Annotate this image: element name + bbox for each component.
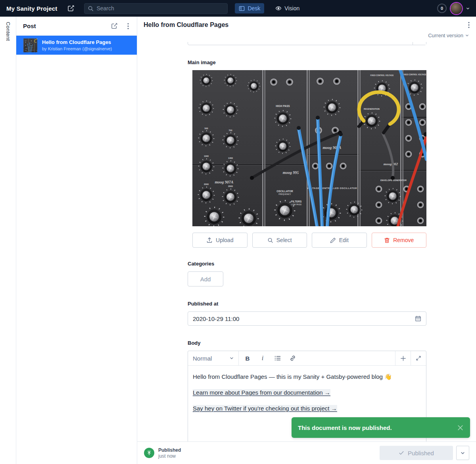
tab-vision[interactable]: Vision <box>271 3 303 13</box>
app-body: Content Post Hello <box>0 17 476 464</box>
body-link-twitter[interactable]: Say hey on Twitter if you're checking ou… <box>193 405 337 412</box>
trash-icon <box>384 237 390 243</box>
document-pane: Hello from Cloudflare Pages Current vers… <box>137 17 476 464</box>
compose-icon[interactable] <box>67 5 75 12</box>
style-select-value: Normal <box>193 355 212 362</box>
calendar-icon[interactable] <box>415 315 421 322</box>
sidebar-item-content[interactable]: Content <box>5 22 11 464</box>
remove-button[interactable]: Remove <box>372 233 427 248</box>
body-paragraph: Learn more about Pages from our document… <box>193 388 421 397</box>
search-input[interactable] <box>84 3 228 14</box>
slug-generate-button[interactable] <box>413 42 426 45</box>
main-image-preview[interactable] <box>192 70 426 226</box>
compose-icon[interactable] <box>111 23 118 29</box>
publish-time: just now <box>158 453 181 459</box>
page-title: Hello from Cloudflare Pages <box>144 21 228 29</box>
style-select[interactable]: Normal <box>188 351 239 365</box>
field-label-categories: Categories <box>188 261 426 267</box>
publish-menu-button[interactable] <box>456 446 469 460</box>
list-item-post[interactable]: Hello from Cloudflare Pages by Kristian … <box>16 36 137 55</box>
body-link-docs[interactable]: Learn more about Pages from our document… <box>193 389 330 396</box>
publish-button[interactable]: Published <box>380 446 453 460</box>
body-paragraph: Say hey on Twitter if you're checking ou… <box>193 404 421 413</box>
upload-button[interactable]: Upload <box>192 233 248 248</box>
status-badge[interactable]: 0 <box>437 4 447 13</box>
chevron-down-icon[interactable] <box>466 7 470 10</box>
overflow-menu-icon[interactable] <box>468 22 470 28</box>
upload-icon <box>206 237 213 243</box>
content-rail: Content <box>0 17 16 464</box>
pencil-icon <box>330 237 336 243</box>
editor-toolbar: Normal B i <box>188 351 426 366</box>
publish-button-label: Published <box>408 450 434 456</box>
eye-icon <box>275 5 282 11</box>
search-icon <box>267 237 273 243</box>
post-list-pane: Post Hello from Cloudflare Pages by Kris <box>16 17 137 464</box>
publish-status-label: Published <box>158 447 181 453</box>
tab-desk[interactable]: Desk <box>235 3 264 13</box>
document-form: Main image Upload <box>137 42 476 441</box>
select-label: Select <box>276 237 292 243</box>
edit-label: Edit <box>339 237 349 243</box>
field-label-body: Body <box>188 340 426 346</box>
post-pane-header: Post <box>16 17 137 36</box>
edit-button[interactable]: Edit <box>312 233 367 248</box>
project-title: My Sanity Project <box>6 5 57 12</box>
post-thumbnail <box>23 38 37 52</box>
document-footer: Published just now Published <box>137 441 476 464</box>
add-category-button[interactable]: Add <box>188 271 223 286</box>
sanity-studio: My Sanity Project Desk Vision 0 <box>0 0 476 464</box>
bullet-list-button[interactable] <box>271 353 284 364</box>
chevron-down-icon <box>465 34 469 37</box>
document-header: Hello from Cloudflare Pages Current vers… <box>137 17 476 42</box>
overflow-menu-icon[interactable] <box>127 23 129 29</box>
tab-desk-label: Desk <box>248 5 260 11</box>
published-at-field <box>188 311 426 326</box>
version-label: Current version <box>428 32 463 38</box>
pane-title: Post <box>23 23 36 29</box>
tab-vision-label: Vision <box>284 5 299 11</box>
fullscreen-icon[interactable] <box>411 351 426 365</box>
slug-input[interactable] <box>188 42 413 45</box>
search-icon <box>88 6 94 11</box>
toast-notification: This document is now published. <box>292 417 470 438</box>
toast-message: This document is now published. <box>298 424 457 431</box>
top-navbar: My Sanity Project Desk Vision 0 <box>0 0 476 17</box>
published-at-input[interactable] <box>193 315 415 322</box>
search-field <box>84 3 228 14</box>
close-icon[interactable] <box>457 424 464 431</box>
avatar[interactable] <box>451 3 462 14</box>
post-item-subtitle: by Kristian Freeman (@signalnerve) <box>42 46 112 51</box>
field-label-published-at: Published at <box>188 301 426 307</box>
navbar-right: 0 <box>437 3 470 14</box>
insert-block-button[interactable] <box>395 351 411 365</box>
field-label-main-image: Main image <box>188 59 426 65</box>
remove-label: Remove <box>393 237 414 243</box>
link-button[interactable] <box>286 353 299 364</box>
desk-panel-icon <box>239 6 245 11</box>
upload-label: Upload <box>216 237 233 243</box>
check-icon <box>399 450 404 456</box>
italic-button[interactable]: i <box>256 353 269 364</box>
bold-button[interactable]: B <box>241 353 254 364</box>
image-actions: Upload Select Edit <box>192 233 426 248</box>
version-selector[interactable]: Current version <box>144 29 470 42</box>
publish-status-icon <box>144 448 154 458</box>
body-paragraph: Hello from Cloudflare Pages — this is my… <box>193 372 421 381</box>
post-item-title: Hello from Cloudflare Pages <box>42 39 112 45</box>
select-button[interactable]: Select <box>252 233 307 248</box>
slug-field <box>188 42 426 45</box>
chevron-down-icon <box>230 356 234 360</box>
